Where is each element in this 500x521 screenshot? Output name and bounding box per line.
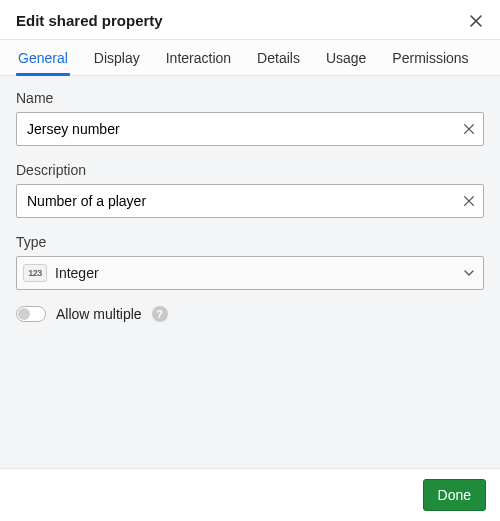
description-input-wrap: [16, 184, 484, 218]
tab-general[interactable]: General: [16, 40, 70, 75]
name-input-wrap: [16, 112, 484, 146]
allow-multiple-toggle[interactable]: [16, 306, 46, 322]
type-selected-label: Integer: [47, 265, 455, 281]
type-select[interactable]: 123 Integer: [16, 256, 484, 290]
name-input[interactable]: [17, 121, 455, 137]
name-label: Name: [16, 90, 484, 106]
help-icon[interactable]: ?: [152, 306, 168, 322]
tab-usage[interactable]: Usage: [324, 40, 368, 75]
close-icon: [468, 13, 484, 29]
dialog-body: Name Description Type 123 Integer: [0, 76, 500, 468]
clear-icon: [462, 122, 476, 136]
tab-display[interactable]: Display: [92, 40, 142, 75]
description-input[interactable]: [17, 193, 455, 209]
description-label: Description: [16, 162, 484, 178]
tab-details[interactable]: Details: [255, 40, 302, 75]
dialog-footer: Done: [0, 468, 500, 521]
chevron-down-icon: [455, 268, 483, 278]
description-clear-button[interactable]: [455, 185, 483, 217]
tab-bar: General Display Interaction Details Usag…: [0, 39, 500, 76]
tab-interaction[interactable]: Interaction: [164, 40, 233, 75]
integer-icon: 123: [23, 264, 47, 282]
description-field-group: Description: [16, 162, 484, 218]
allow-multiple-label: Allow multiple: [56, 306, 142, 322]
name-clear-button[interactable]: [455, 113, 483, 145]
dialog-title: Edit shared property: [16, 12, 163, 29]
edit-property-dialog: Edit shared property General Display Int…: [0, 0, 500, 521]
tab-permissions[interactable]: Permissions: [390, 40, 470, 75]
done-button[interactable]: Done: [423, 479, 486, 511]
type-label: Type: [16, 234, 484, 250]
name-field-group: Name: [16, 90, 484, 146]
type-field-group: Type 123 Integer: [16, 234, 484, 290]
allow-multiple-row: Allow multiple ?: [16, 306, 484, 322]
toggle-knob: [18, 308, 30, 320]
clear-icon: [462, 194, 476, 208]
dialog-titlebar: Edit shared property: [0, 0, 500, 39]
close-button[interactable]: [468, 13, 484, 29]
